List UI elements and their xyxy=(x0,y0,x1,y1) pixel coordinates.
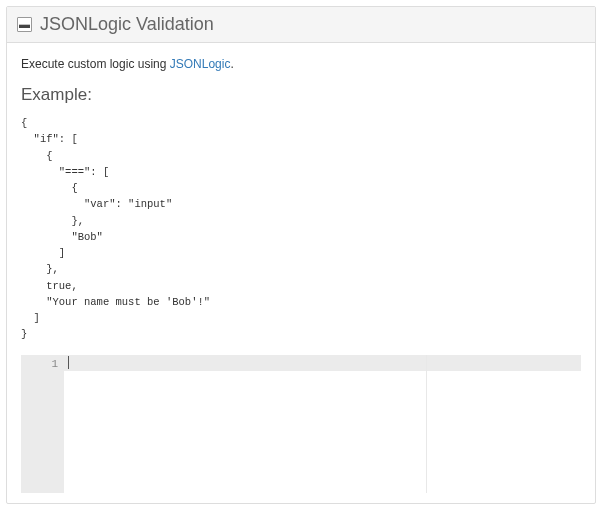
panel-header: ▬ JSONLogic Validation xyxy=(7,7,595,43)
editor-gutter: 1 xyxy=(21,355,64,493)
example-code: { "if": [ { "===": [ { "var": "input" },… xyxy=(21,115,581,343)
jsonlogic-link[interactable]: JSONLogic xyxy=(170,57,231,71)
panel-body: Execute custom logic using JSONLogic. Ex… xyxy=(7,43,595,503)
editor-split-line xyxy=(426,355,427,493)
panel-title: JSONLogic Validation xyxy=(40,14,214,35)
active-line-highlight xyxy=(64,355,581,371)
intro-prefix: Execute custom logic using xyxy=(21,57,170,71)
jsonlogic-panel: ▬ JSONLogic Validation Execute custom lo… xyxy=(6,6,596,504)
example-label: Example: xyxy=(21,85,581,105)
collapse-toggle-icon[interactable]: ▬ xyxy=(17,17,32,32)
line-number: 1 xyxy=(21,356,58,372)
code-editor[interactable]: 1 xyxy=(21,355,581,493)
intro-suffix: . xyxy=(230,57,233,71)
intro-text: Execute custom logic using JSONLogic. xyxy=(21,57,581,71)
editor-code-area[interactable] xyxy=(64,355,581,493)
editor-cursor xyxy=(68,356,69,369)
